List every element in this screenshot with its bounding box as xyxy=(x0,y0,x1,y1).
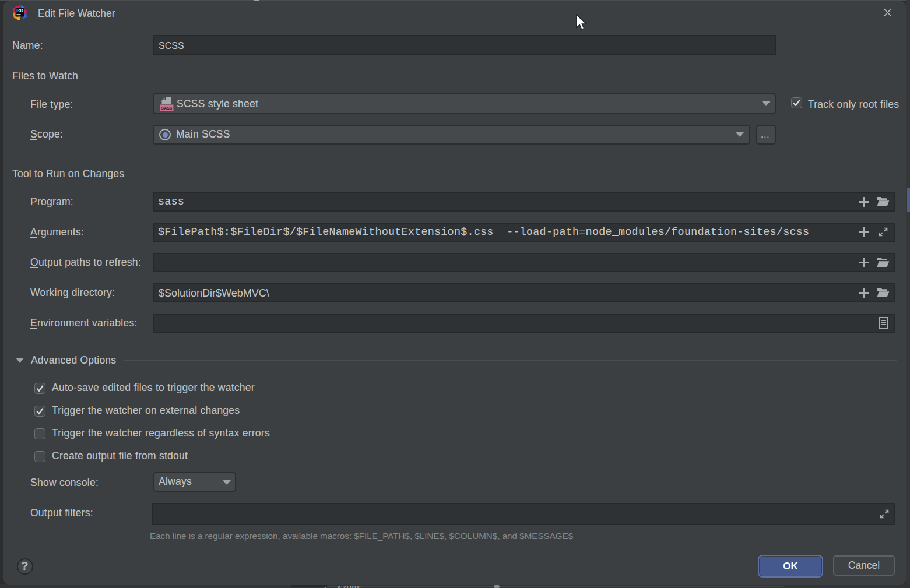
svg-text:SASS: SASS xyxy=(161,105,173,111)
svg-text:RD: RD xyxy=(16,8,23,13)
